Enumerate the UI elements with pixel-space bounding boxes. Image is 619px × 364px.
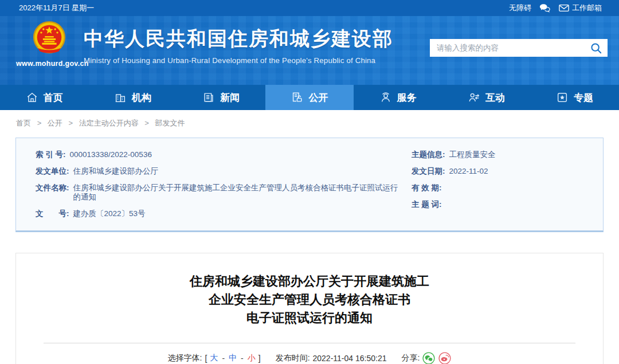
breadcrumb-separator: > bbox=[68, 119, 73, 127]
font-size-medium-button[interactable]: 中 bbox=[229, 353, 237, 363]
font-selector-bracket: [ bbox=[205, 354, 207, 363]
meta-label: 文 号: bbox=[36, 209, 69, 218]
document-title: 住房和城乡建设部办公厅关于开展建筑施工 企业安全生产管理人员考核合格证书 电子证… bbox=[16, 272, 603, 327]
accessibility-link[interactable]: 无障碍 bbox=[509, 3, 531, 13]
meta-row-topic-info: 主题信息: 工程质量安全 bbox=[412, 150, 583, 159]
meta-value: 工程质量安全 bbox=[449, 150, 496, 159]
news-icon bbox=[202, 91, 215, 104]
meta-value: 建办质〔2022〕53号 bbox=[73, 209, 146, 218]
chat-bubbles-icon[interactable] bbox=[539, 3, 551, 13]
font-size-large-button[interactable]: 大 bbox=[210, 353, 218, 363]
meta-row-document-number: 文 号: 建办质〔2022〕53号 bbox=[36, 209, 400, 218]
document-title-line: 住房和城乡建设部办公厅关于开展建筑施工 bbox=[16, 272, 603, 291]
meta-label: 文件名称: bbox=[36, 183, 69, 193]
topbar-links: 无障碍 工作邮箱 bbox=[509, 3, 602, 13]
meta-row-index-number: 索 引 号: 000013338/2022-00536 bbox=[36, 150, 400, 159]
site-title-block: 中华人民共和国住房和城乡建设部 Ministry of Housing and … bbox=[84, 26, 393, 65]
font-selector-dash: - bbox=[241, 354, 244, 363]
nav-item-label: 服务 bbox=[397, 91, 417, 104]
nav-item-label: 公开 bbox=[308, 91, 328, 104]
font-selector-label: 选择字体: bbox=[168, 353, 202, 363]
document-title-line: 企业安全生产管理人员考核合格证书 bbox=[16, 291, 603, 309]
share-icons bbox=[422, 352, 451, 364]
document-title-line: 电子证照试运行的通知 bbox=[16, 309, 603, 327]
meta-left-column: 索 引 号: 000013338/2022-00536 发文单位: 住房和城乡建… bbox=[36, 150, 412, 226]
publish-time-block: 发布时间: 2022-11-04 16:50:21 bbox=[276, 353, 387, 363]
nav-item-label: 专题 bbox=[574, 91, 593, 104]
work-mailbox-link[interactable]: 工作邮箱 bbox=[559, 3, 602, 13]
main-nav: 首页 机构 新闻 公开 bbox=[0, 85, 619, 110]
meta-value: 2022-11-02 bbox=[449, 167, 488, 176]
publish-time-value: 2022-11-04 16:50:21 bbox=[313, 354, 387, 363]
meta-value: 000013338/2022-00536 bbox=[70, 150, 152, 159]
font-size-small-button[interactable]: 小 bbox=[248, 353, 256, 363]
nav-item-label: 首页 bbox=[44, 91, 63, 104]
nav-item-news[interactable]: 新闻 bbox=[177, 85, 265, 110]
font-selector-dash: - bbox=[222, 354, 225, 363]
meta-label: 有 效 期: bbox=[412, 183, 442, 193]
nav-item-label: 机构 bbox=[132, 91, 151, 104]
article-box: 住房和城乡建设部办公厅关于开展建筑施工 企业安全生产管理人员考核合格证书 电子证… bbox=[15, 253, 604, 364]
weibo-share-icon[interactable] bbox=[438, 352, 451, 364]
site-search bbox=[430, 39, 608, 57]
nav-item-label: 新闻 bbox=[220, 91, 240, 104]
meta-right-column: 主题信息: 工程质量安全 发文日期: 2022-11-02 有 效 期: 主 题… bbox=[412, 150, 583, 226]
font-size-selector: 选择字体: [ 大 - 中 - 小 ] bbox=[168, 353, 261, 363]
meta-label: 主题信息: bbox=[412, 150, 445, 159]
national-emblem-icon bbox=[32, 20, 67, 56]
accessibility-link-label: 无障碍 bbox=[509, 3, 531, 13]
nav-item-topics[interactable]: 专题 bbox=[531, 85, 619, 110]
publish-time-label: 发布时间: bbox=[276, 353, 310, 363]
nav-item-disclosure[interactable]: 公开 bbox=[265, 85, 354, 110]
meta-value: 住房和城乡建设部办公厅关于开展建筑施工企业安全生产管理人员考核合格证书电子证照试… bbox=[73, 183, 401, 202]
nav-item-home[interactable]: 首页 bbox=[0, 85, 88, 110]
font-selector-bracket: ] bbox=[258, 354, 261, 363]
nav-item-interaction[interactable]: 互动 bbox=[442, 85, 530, 110]
site-url: www.mohurd.gov.cn bbox=[16, 60, 83, 68]
site-logo[interactable]: www.mohurd.gov.cn bbox=[16, 20, 83, 68]
work-mailbox-label: 工作邮箱 bbox=[572, 3, 602, 13]
breadcrumb-separator: > bbox=[144, 119, 149, 127]
meta-label: 发文单位: bbox=[36, 167, 69, 176]
home-icon bbox=[26, 91, 38, 104]
wechat-share-icon[interactable] bbox=[422, 352, 435, 364]
share-label: 分享: bbox=[401, 353, 420, 363]
nav-item-label: 互动 bbox=[485, 91, 505, 104]
breadcrumb-home[interactable]: 首页 bbox=[16, 119, 31, 127]
search-button[interactable] bbox=[590, 42, 602, 54]
meta-label: 发文日期: bbox=[412, 167, 445, 176]
site-title-cn: 中华人民共和国住房和城乡建设部 bbox=[84, 26, 393, 52]
breadcrumb-ministry-documents[interactable]: 部发文件 bbox=[155, 119, 185, 127]
nav-item-service[interactable]: 服务 bbox=[354, 85, 442, 110]
organization-icon bbox=[114, 91, 127, 104]
meta-row-issuing-unit: 发文单位: 住房和城乡建设部办公厅 bbox=[36, 167, 400, 176]
top-utility-bar: 2022年11月7日 星期一 无障碍 工作邮箱 bbox=[0, 0, 619, 16]
breadcrumb-disclosure[interactable]: 公开 bbox=[48, 119, 62, 127]
envelope-icon bbox=[559, 4, 569, 12]
article-meta-row: 选择字体: [ 大 - 中 - 小 ] 发布时间: 2022-11-04 16:… bbox=[16, 352, 603, 364]
search-input[interactable] bbox=[437, 44, 590, 52]
site-banner: www.mohurd.gov.cn 中华人民共和国住房和城乡建设部 Minist… bbox=[0, 16, 619, 85]
title-divider bbox=[44, 343, 575, 343]
search-icon bbox=[590, 42, 602, 54]
meta-value: 住房和城乡建设部办公厅 bbox=[73, 167, 159, 176]
meta-row-issue-date: 发文日期: 2022-11-02 bbox=[412, 167, 583, 176]
interaction-icon bbox=[468, 91, 480, 104]
breadcrumb: 首页 > 公开 > 法定主动公开内容 > 部发文件 bbox=[0, 110, 619, 135]
site-title-en: Ministry of Housing and Urban-Rural Deve… bbox=[84, 56, 393, 65]
document-meta-box: 索 引 号: 000013338/2022-00536 发文单位: 住房和城乡建… bbox=[15, 138, 604, 232]
meta-label: 主 题 词: bbox=[412, 200, 442, 209]
breadcrumb-separator: > bbox=[37, 119, 42, 127]
service-icon bbox=[379, 91, 392, 104]
meta-row-validity: 有 效 期: bbox=[412, 183, 583, 193]
meta-label: 索 引 号: bbox=[36, 150, 66, 159]
meta-row-keywords: 主 题 词: bbox=[412, 200, 583, 209]
breadcrumb-statutory-content[interactable]: 法定主动公开内容 bbox=[79, 119, 139, 127]
meta-row-document-name: 文件名称: 住房和城乡建设部办公厅关于开展建筑施工企业安全生产管理人员考核合格证… bbox=[36, 183, 400, 202]
nav-item-organization[interactable]: 机构 bbox=[88, 85, 177, 110]
disclosure-icon bbox=[291, 91, 303, 104]
share-block: 分享: bbox=[401, 352, 451, 364]
current-date: 2022年11月7日 星期一 bbox=[19, 3, 94, 13]
page: 2022年11月7日 星期一 无障碍 工作邮箱 bbox=[0, 0, 619, 364]
topics-icon bbox=[556, 91, 569, 104]
